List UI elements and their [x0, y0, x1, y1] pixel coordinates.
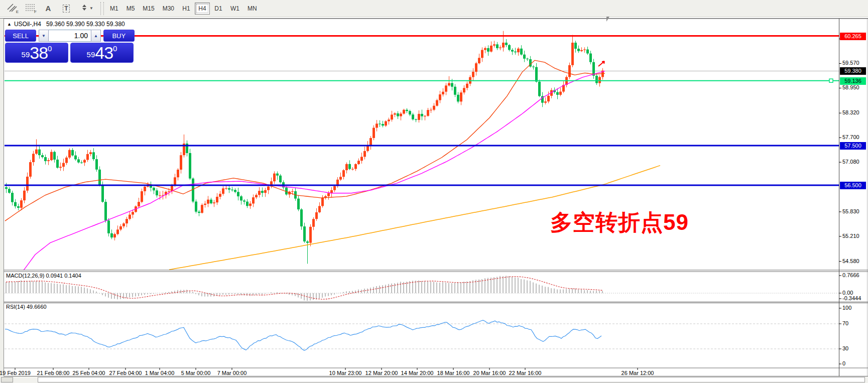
chart-title: ▲USOil-,H459.360 59.390 59.330 59.380	[7, 21, 125, 28]
price-tick-label: 58.950	[842, 84, 859, 90]
timeframe-button-m30[interactable]: M30	[159, 3, 178, 15]
textbox-tool-icon: T	[63, 5, 69, 13]
timeframe-button-m15[interactable]: M15	[139, 3, 158, 15]
timeframe-button-m1[interactable]: M1	[106, 3, 122, 15]
mouse-cursor	[606, 17, 609, 22]
chart-symbol: USOil-,H4	[14, 21, 41, 28]
chart-plot-area[interactable]	[5, 19, 839, 376]
sell-price-small: 59	[22, 48, 30, 61]
one-click-trading-panel: SELL ▼ ▲ BUY 59 38 0 59 43 0	[5, 30, 135, 63]
timeframe-toolbar: M1M5M15M30H1H4D1W1MN	[106, 3, 261, 15]
window-right-edge	[867, 19, 867, 383]
dropdown-caret-icon: ▼	[89, 6, 93, 11]
scrollbar-track[interactable]	[38, 377, 865, 382]
arrows-tool-button[interactable]: ▼	[76, 2, 98, 15]
fibonacci-tool-button[interactable]: F	[22, 2, 39, 15]
buy-quote-box[interactable]: 59 43 0	[70, 43, 134, 63]
price-tick-label: 55.830	[842, 208, 859, 214]
chart-text-annotation: 多空转折点59	[550, 208, 689, 237]
equidistant-channel-tool-button[interactable]: E	[4, 2, 21, 15]
rsi-tick-label: 70	[842, 320, 848, 326]
sell-button[interactable]: SELL	[5, 30, 36, 42]
price-badge-59.380: 59.380	[840, 67, 866, 75]
scrollbar-left-box[interactable]	[1, 377, 13, 382]
price-tick-label: 54.580	[842, 258, 859, 264]
volume-decrease-button[interactable]: ▼	[39, 30, 49, 42]
price-badge-59.136: 59.136	[840, 77, 866, 85]
window-left-edge	[0, 19, 4, 383]
buy-price-big: 43	[95, 44, 113, 61]
timeframe-button-m5[interactable]: M5	[123, 3, 139, 15]
price-tick-label: 58.320	[842, 109, 859, 115]
text-tool-icon: A	[46, 4, 51, 13]
price-badge-56.500: 56.500	[840, 182, 866, 189]
buy-button[interactable]: BUY	[103, 30, 135, 42]
macd-tick-label: -0.3444	[842, 295, 861, 301]
price-tick-label: 55.210	[842, 233, 859, 239]
arrows-icon	[80, 4, 88, 14]
price-badge-60.265: 60.265	[840, 33, 866, 40]
macd-tick-label: 0.7666	[842, 272, 859, 278]
sell-price-sup: 0	[48, 45, 52, 52]
fibonacci-tool-letter: F	[34, 10, 37, 14]
mt4-application: E F A T ▼ M1M5M15M30H1H4D1W1MN	[0, 0, 868, 383]
timeframe-button-h4[interactable]: H4	[195, 3, 210, 15]
triangle-up-icon: ▲	[7, 22, 12, 27]
text-tool-button[interactable]: A	[40, 2, 57, 15]
timeframe-button-mn[interactable]: MN	[244, 3, 261, 15]
price-tick-label: 57.700	[842, 134, 859, 140]
textbox-tool-button[interactable]: T	[58, 2, 75, 15]
price-badge-57.500: 57.500	[840, 142, 866, 150]
rsi-tick-label: 0	[842, 360, 845, 366]
rsi-tick-label: 30	[842, 345, 848, 351]
timeframe-button-w1[interactable]: W1	[227, 3, 243, 15]
volume-increase-button[interactable]: ▲	[91, 30, 101, 42]
timeframe-button-d1[interactable]: D1	[211, 3, 226, 15]
price-tick-label: 57.080	[842, 159, 859, 165]
buy-price-sup: 0	[113, 45, 117, 52]
sell-quote-box[interactable]: 59 38 0	[5, 43, 68, 63]
buy-price-small: 59	[87, 48, 95, 61]
channel-tool-letter: E	[16, 10, 19, 14]
toolbar-separator	[100, 2, 104, 15]
macd-label: MACD(12,26,9) 0.0941 0.1404	[6, 273, 81, 279]
price-tick-label: 59.570	[842, 60, 859, 66]
timeframe-button-h1[interactable]: H1	[179, 3, 194, 15]
rsi-label: RSI(14) 49.6660	[6, 304, 47, 310]
volume-input[interactable]	[49, 30, 91, 42]
fibonacci-icon	[25, 3, 35, 14]
sell-price-big: 38	[30, 44, 48, 61]
bottom-scrollbar-strip	[0, 376, 868, 383]
rsi-tick-label: 100	[842, 305, 851, 311]
drawing-toolbar: E F A T ▼ M1M5M15M30H1H4D1W1MN	[0, 0, 868, 17]
chart-ohlc-values: 59.360 59.390 59.330 59.380	[46, 21, 125, 28]
